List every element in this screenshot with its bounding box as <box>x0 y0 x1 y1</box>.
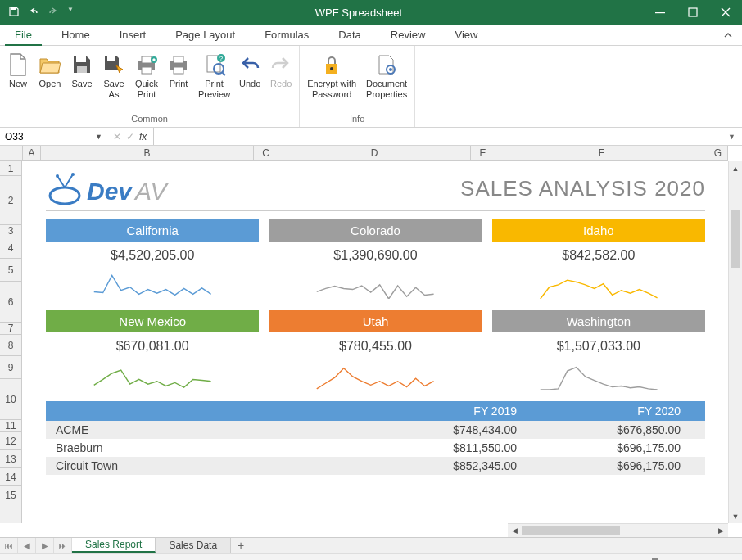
table-row[interactable]: ACME$748,434.00$676,850.00 <box>46 421 705 439</box>
col-header-e[interactable]: E <box>471 146 495 160</box>
svg-rect-8 <box>142 67 152 74</box>
vscroll-thumb[interactable] <box>731 210 740 268</box>
qat-redo-icon[interactable] <box>48 6 59 20</box>
close-button[interactable] <box>709 0 742 25</box>
tab-view[interactable]: View <box>440 25 492 45</box>
card-value: $842,582.00 <box>492 242 705 266</box>
minimize-button[interactable] <box>644 0 676 25</box>
col-header-d[interactable]: D <box>278 146 471 160</box>
sheet-tab-sales-report[interactable]: Sales Report <box>72 538 156 553</box>
print-button[interactable]: Print <box>164 47 193 112</box>
row-header-1[interactable]: 1 <box>0 161 21 176</box>
sheet-nav-last-icon[interactable]: ⏭ <box>54 538 72 553</box>
save-as-button[interactable]: Save As <box>98 47 129 112</box>
card-header: Washington <box>492 310 705 332</box>
row-header-3[interactable]: 3 <box>0 225 21 237</box>
fy2019-value: $748,434.00 <box>368 423 532 436</box>
svg-point-21 <box>50 187 79 204</box>
row-header-4[interactable]: 4 <box>0 237 21 259</box>
sheet-nav-first-icon[interactable]: ⏮ <box>0 538 18 553</box>
table-col-fy2020: FY 2020 <box>532 404 695 418</box>
col-header-g[interactable]: G <box>708 146 728 160</box>
table-row[interactable]: Circuit Town$852,345.00$696,175.00 <box>46 457 705 475</box>
qat-save-icon[interactable] <box>8 6 20 20</box>
col-header-f[interactable]: F <box>495 146 708 160</box>
formula-accept-icon[interactable]: ✓ <box>126 131 134 142</box>
grid-body[interactable]: DevAV SALES ANALYSIS 2020 California$4,5… <box>23 161 728 523</box>
row-header-6[interactable]: 6 <box>0 282 21 323</box>
ribbon-collapse-icon[interactable] <box>714 25 742 45</box>
row-header-7[interactable]: 7 <box>0 323 21 335</box>
tab-formulas[interactable]: Formulas <box>250 25 323 45</box>
fx-icon[interactable]: fx <box>139 131 147 142</box>
formula-cancel-icon[interactable]: ✕ <box>113 131 121 142</box>
sheet-nav-next-icon[interactable]: ▶ <box>36 538 54 553</box>
sparkline <box>492 266 705 299</box>
tab-page-layout[interactable]: Page Layout <box>161 25 250 45</box>
row-header-14[interactable]: 14 <box>0 468 21 486</box>
ribbon-tabs: File Home Insert Page Layout Formulas Da… <box>0 25 742 46</box>
svg-point-18 <box>330 67 333 70</box>
row-header-2[interactable]: 2 <box>0 176 21 225</box>
col-header-c[interactable]: C <box>254 146 278 160</box>
qat-dropdown-icon[interactable]: ▼ <box>67 6 74 20</box>
maximize-button[interactable] <box>676 0 709 25</box>
row-header-11[interactable]: 11 <box>0 420 21 432</box>
ribbon-group-info-label: Info <box>303 112 411 127</box>
select-all-corner[interactable] <box>0 146 23 161</box>
formula-bar-expand-icon[interactable]: ▼ <box>725 133 739 141</box>
add-sheet-button[interactable]: + <box>231 538 251 553</box>
col-header-a[interactable]: A <box>23 146 41 160</box>
scroll-down-icon[interactable]: ▼ <box>729 509 742 523</box>
tab-review[interactable]: Review <box>376 25 441 45</box>
vertical-scrollbar[interactable]: ▲ ▼ <box>728 161 742 523</box>
sparkline <box>269 357 482 390</box>
tab-data[interactable]: Data <box>323 25 375 45</box>
row-header-9[interactable]: 9 <box>0 356 21 379</box>
name-box[interactable] <box>3 131 67 142</box>
tab-home[interactable]: Home <box>47 25 105 45</box>
row-header-13[interactable]: 13 <box>0 450 21 468</box>
card-header: Utah <box>269 310 482 332</box>
save-as-icon <box>102 51 126 79</box>
row-header-12[interactable]: 12 <box>0 432 21 450</box>
statusbar: − + 100% <box>0 553 742 560</box>
horizontal-scrollbar[interactable]: ◀ ▶ <box>508 523 728 537</box>
scroll-up-icon[interactable]: ▲ <box>729 161 742 175</box>
qat-undo-icon[interactable] <box>28 6 39 20</box>
ribbon-group-common-label: Common <box>3 112 296 127</box>
tab-insert[interactable]: Insert <box>105 25 161 45</box>
encrypt-button[interactable]: Encrypt with Password <box>303 47 360 112</box>
sheet-tab-sales-data[interactable]: Sales Data <box>156 538 231 553</box>
namebox-dropdown-icon[interactable]: ▼ <box>95 133 102 141</box>
row-header-5[interactable]: 5 <box>0 259 21 282</box>
redo-button[interactable]: Redo <box>266 47 296 112</box>
document-properties-button[interactable]: Document Properties <box>362 47 411 112</box>
formula-bar-input[interactable] <box>157 131 725 142</box>
new-file-icon <box>7 51 29 79</box>
row-header-8[interactable]: 8 <box>0 335 21 356</box>
row-header-10[interactable]: 10 <box>0 379 21 420</box>
hscroll-thumb[interactable] <box>522 526 620 535</box>
open-button[interactable]: Open <box>34 47 66 112</box>
devav-logo: DevAV <box>46 171 166 205</box>
new-button[interactable]: New <box>3 47 33 112</box>
quick-print-button[interactable]: Quick Print <box>131 47 162 112</box>
svg-rect-2 <box>689 8 697 16</box>
company-name: Circuit Town <box>56 459 368 472</box>
save-button[interactable]: Save <box>67 47 97 112</box>
undo-button[interactable]: Undo <box>235 47 265 112</box>
sheet-nav-prev-icon[interactable]: ◀ <box>18 538 36 553</box>
sparkline <box>269 266 482 299</box>
open-folder-icon <box>38 51 62 79</box>
scroll-left-icon[interactable]: ◀ <box>508 524 522 537</box>
row-header-15[interactable]: 15 <box>0 486 21 504</box>
table-row[interactable]: Braeburn$811,550.00$696,175.00 <box>46 439 705 457</box>
sparkline <box>492 357 705 390</box>
tab-file[interactable]: File <box>0 25 47 45</box>
scroll-right-icon[interactable]: ▶ <box>714 524 728 537</box>
print-preview-button[interactable]: ?Print Preview <box>195 47 233 112</box>
redo-icon <box>269 51 292 79</box>
col-header-b[interactable]: B <box>41 146 254 160</box>
company-name: Braeburn <box>56 441 368 454</box>
